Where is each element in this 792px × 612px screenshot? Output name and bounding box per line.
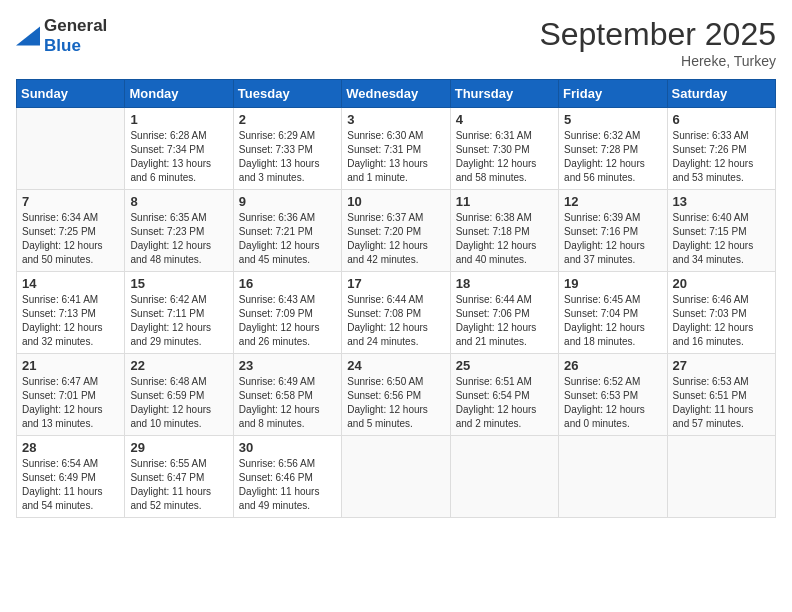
day-info: Sunrise: 6:28 AM Sunset: 7:34 PM Dayligh… [130, 129, 227, 185]
day-number: 13 [673, 194, 770, 209]
day-info: Sunrise: 6:31 AM Sunset: 7:30 PM Dayligh… [456, 129, 553, 185]
calendar-day-cell: 18Sunrise: 6:44 AM Sunset: 7:06 PM Dayli… [450, 272, 558, 354]
day-info: Sunrise: 6:30 AM Sunset: 7:31 PM Dayligh… [347, 129, 444, 185]
day-number: 25 [456, 358, 553, 373]
day-number: 3 [347, 112, 444, 127]
month-title: September 2025 [539, 16, 776, 53]
calendar-day-cell: 7Sunrise: 6:34 AM Sunset: 7:25 PM Daylig… [17, 190, 125, 272]
day-info: Sunrise: 6:48 AM Sunset: 6:59 PM Dayligh… [130, 375, 227, 431]
day-number: 8 [130, 194, 227, 209]
day-number: 10 [347, 194, 444, 209]
day-info: Sunrise: 6:41 AM Sunset: 7:13 PM Dayligh… [22, 293, 119, 349]
calendar-day-cell: 2Sunrise: 6:29 AM Sunset: 7:33 PM Daylig… [233, 108, 341, 190]
day-number: 4 [456, 112, 553, 127]
calendar-day-cell: 14Sunrise: 6:41 AM Sunset: 7:13 PM Dayli… [17, 272, 125, 354]
day-number: 16 [239, 276, 336, 291]
day-info: Sunrise: 6:38 AM Sunset: 7:18 PM Dayligh… [456, 211, 553, 267]
day-number: 6 [673, 112, 770, 127]
calendar-day-cell: 4Sunrise: 6:31 AM Sunset: 7:30 PM Daylig… [450, 108, 558, 190]
day-number: 5 [564, 112, 661, 127]
day-number: 27 [673, 358, 770, 373]
day-number: 22 [130, 358, 227, 373]
calendar-week-row: 1Sunrise: 6:28 AM Sunset: 7:34 PM Daylig… [17, 108, 776, 190]
calendar-day-cell [667, 436, 775, 518]
day-number: 17 [347, 276, 444, 291]
day-number: 11 [456, 194, 553, 209]
day-info: Sunrise: 6:55 AM Sunset: 6:47 PM Dayligh… [130, 457, 227, 513]
calendar-day-cell: 8Sunrise: 6:35 AM Sunset: 7:23 PM Daylig… [125, 190, 233, 272]
logo: General Blue [16, 16, 107, 56]
calendar-week-row: 7Sunrise: 6:34 AM Sunset: 7:25 PM Daylig… [17, 190, 776, 272]
day-info: Sunrise: 6:46 AM Sunset: 7:03 PM Dayligh… [673, 293, 770, 349]
weekday-header: Sunday [17, 80, 125, 108]
calendar-day-cell [17, 108, 125, 190]
day-info: Sunrise: 6:43 AM Sunset: 7:09 PM Dayligh… [239, 293, 336, 349]
calendar-day-cell [559, 436, 667, 518]
day-info: Sunrise: 6:50 AM Sunset: 6:56 PM Dayligh… [347, 375, 444, 431]
calendar-day-cell: 5Sunrise: 6:32 AM Sunset: 7:28 PM Daylig… [559, 108, 667, 190]
calendar-day-cell: 6Sunrise: 6:33 AM Sunset: 7:26 PM Daylig… [667, 108, 775, 190]
day-info: Sunrise: 6:34 AM Sunset: 7:25 PM Dayligh… [22, 211, 119, 267]
calendar-day-cell: 29Sunrise: 6:55 AM Sunset: 6:47 PM Dayli… [125, 436, 233, 518]
calendar-day-cell [450, 436, 558, 518]
day-info: Sunrise: 6:40 AM Sunset: 7:15 PM Dayligh… [673, 211, 770, 267]
calendar-day-cell: 12Sunrise: 6:39 AM Sunset: 7:16 PM Dayli… [559, 190, 667, 272]
calendar-day-cell: 17Sunrise: 6:44 AM Sunset: 7:08 PM Dayli… [342, 272, 450, 354]
calendar-week-row: 21Sunrise: 6:47 AM Sunset: 7:01 PM Dayli… [17, 354, 776, 436]
day-number: 24 [347, 358, 444, 373]
calendar-day-cell: 10Sunrise: 6:37 AM Sunset: 7:20 PM Dayli… [342, 190, 450, 272]
day-info: Sunrise: 6:44 AM Sunset: 7:06 PM Dayligh… [456, 293, 553, 349]
day-info: Sunrise: 6:36 AM Sunset: 7:21 PM Dayligh… [239, 211, 336, 267]
day-info: Sunrise: 6:35 AM Sunset: 7:23 PM Dayligh… [130, 211, 227, 267]
day-info: Sunrise: 6:37 AM Sunset: 7:20 PM Dayligh… [347, 211, 444, 267]
day-number: 30 [239, 440, 336, 455]
calendar-week-row: 14Sunrise: 6:41 AM Sunset: 7:13 PM Dayli… [17, 272, 776, 354]
day-number: 15 [130, 276, 227, 291]
day-info: Sunrise: 6:51 AM Sunset: 6:54 PM Dayligh… [456, 375, 553, 431]
calendar-day-cell: 24Sunrise: 6:50 AM Sunset: 6:56 PM Dayli… [342, 354, 450, 436]
location: Hereke, Turkey [539, 53, 776, 69]
calendar-day-cell: 1Sunrise: 6:28 AM Sunset: 7:34 PM Daylig… [125, 108, 233, 190]
day-info: Sunrise: 6:54 AM Sunset: 6:49 PM Dayligh… [22, 457, 119, 513]
calendar-day-cell: 26Sunrise: 6:52 AM Sunset: 6:53 PM Dayli… [559, 354, 667, 436]
day-number: 19 [564, 276, 661, 291]
day-info: Sunrise: 6:32 AM Sunset: 7:28 PM Dayligh… [564, 129, 661, 185]
calendar-day-cell: 20Sunrise: 6:46 AM Sunset: 7:03 PM Dayli… [667, 272, 775, 354]
calendar-day-cell: 28Sunrise: 6:54 AM Sunset: 6:49 PM Dayli… [17, 436, 125, 518]
day-info: Sunrise: 6:47 AM Sunset: 7:01 PM Dayligh… [22, 375, 119, 431]
calendar-day-cell: 25Sunrise: 6:51 AM Sunset: 6:54 PM Dayli… [450, 354, 558, 436]
day-info: Sunrise: 6:45 AM Sunset: 7:04 PM Dayligh… [564, 293, 661, 349]
day-info: Sunrise: 6:52 AM Sunset: 6:53 PM Dayligh… [564, 375, 661, 431]
day-info: Sunrise: 6:49 AM Sunset: 6:58 PM Dayligh… [239, 375, 336, 431]
calendar-day-cell: 15Sunrise: 6:42 AM Sunset: 7:11 PM Dayli… [125, 272, 233, 354]
day-number: 14 [22, 276, 119, 291]
calendar-day-cell: 30Sunrise: 6:56 AM Sunset: 6:46 PM Dayli… [233, 436, 341, 518]
calendar-day-cell: 21Sunrise: 6:47 AM Sunset: 7:01 PM Dayli… [17, 354, 125, 436]
weekday-header: Wednesday [342, 80, 450, 108]
day-info: Sunrise: 6:29 AM Sunset: 7:33 PM Dayligh… [239, 129, 336, 185]
weekday-header: Saturday [667, 80, 775, 108]
logo-general: General [44, 16, 107, 35]
weekday-header: Friday [559, 80, 667, 108]
calendar-header-row: SundayMondayTuesdayWednesdayThursdayFrid… [17, 80, 776, 108]
weekday-header: Tuesday [233, 80, 341, 108]
day-number: 18 [456, 276, 553, 291]
day-info: Sunrise: 6:53 AM Sunset: 6:51 PM Dayligh… [673, 375, 770, 431]
day-number: 9 [239, 194, 336, 209]
day-info: Sunrise: 6:33 AM Sunset: 7:26 PM Dayligh… [673, 129, 770, 185]
day-info: Sunrise: 6:42 AM Sunset: 7:11 PM Dayligh… [130, 293, 227, 349]
weekday-header: Thursday [450, 80, 558, 108]
day-number: 1 [130, 112, 227, 127]
calendar-day-cell: 9Sunrise: 6:36 AM Sunset: 7:21 PM Daylig… [233, 190, 341, 272]
day-info: Sunrise: 6:44 AM Sunset: 7:08 PM Dayligh… [347, 293, 444, 349]
calendar-week-row: 28Sunrise: 6:54 AM Sunset: 6:49 PM Dayli… [17, 436, 776, 518]
page-header: General Blue September 2025 Hereke, Turk… [16, 16, 776, 69]
calendar-day-cell: 13Sunrise: 6:40 AM Sunset: 7:15 PM Dayli… [667, 190, 775, 272]
day-number: 26 [564, 358, 661, 373]
calendar-day-cell: 22Sunrise: 6:48 AM Sunset: 6:59 PM Dayli… [125, 354, 233, 436]
day-number: 29 [130, 440, 227, 455]
logo-icon [16, 26, 40, 46]
calendar-day-cell: 19Sunrise: 6:45 AM Sunset: 7:04 PM Dayli… [559, 272, 667, 354]
day-number: 2 [239, 112, 336, 127]
calendar-day-cell [342, 436, 450, 518]
